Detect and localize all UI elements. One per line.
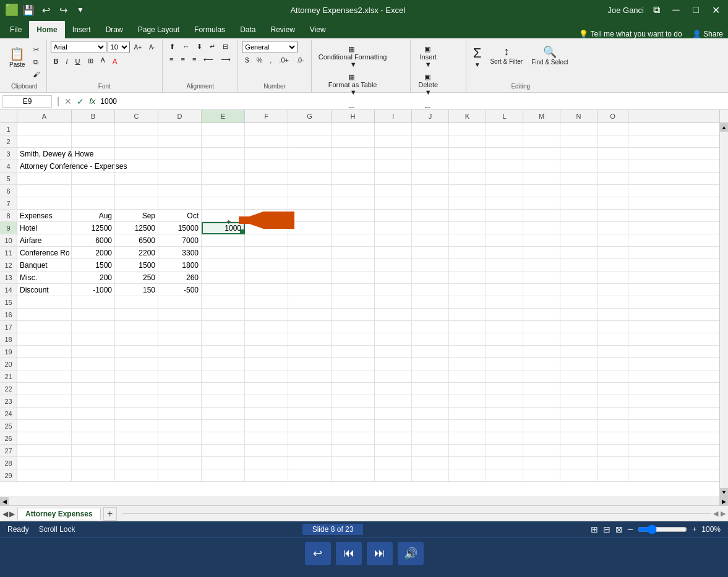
row-header-6[interactable]: 6 — [0, 185, 17, 197]
cell-a28[interactable] — [17, 457, 72, 469]
cell-l14[interactable] — [486, 284, 523, 296]
cell-f11[interactable] — [245, 247, 288, 259]
cell-g28[interactable] — [288, 457, 332, 469]
cell-d23[interactable] — [158, 395, 202, 408]
sort-filter-btn[interactable]: ↕ Sort & Filter — [487, 43, 526, 78]
replay-btn[interactable]: ↩ — [305, 542, 331, 565]
row-header-5[interactable]: 5 — [0, 173, 17, 185]
cell-l29[interactable] — [486, 469, 523, 482]
cell-f8[interactable] — [245, 210, 288, 222]
row-header-18[interactable]: 18 — [0, 333, 17, 346]
cell-h25[interactable] — [332, 420, 375, 432]
cell-n14[interactable] — [560, 284, 597, 296]
cell-g14[interactable] — [288, 284, 332, 296]
row-header-19[interactable]: 19 — [0, 346, 17, 358]
cell-k21[interactable] — [449, 370, 486, 383]
cell-h8[interactable] — [332, 210, 375, 222]
cell-g11[interactable] — [288, 247, 332, 259]
cell-h7[interactable] — [332, 197, 375, 210]
cell-l23[interactable] — [486, 395, 523, 408]
cell-d2[interactable] — [158, 135, 202, 148]
cell-i6[interactable] — [375, 185, 412, 197]
cell-o12[interactable] — [597, 259, 628, 271]
cell-f20[interactable] — [245, 358, 288, 370]
cell-j11[interactable] — [412, 247, 449, 259]
cell-i20[interactable] — [375, 358, 412, 370]
cell-b20[interactable] — [72, 358, 115, 370]
cut-button[interactable]: ✂ — [30, 44, 43, 56]
cell-o20[interactable] — [597, 358, 628, 370]
cell-a14[interactable]: Discount — [17, 284, 72, 296]
cell-i2[interactable] — [375, 135, 412, 148]
cell-f22[interactable] — [245, 383, 288, 395]
cell-d13[interactable]: 260 — [158, 271, 202, 284]
cell-m12[interactable] — [523, 259, 560, 271]
cell-h29[interactable] — [332, 469, 375, 482]
cell-o10[interactable] — [597, 234, 628, 247]
cell-j1[interactable] — [412, 123, 449, 135]
cell-d17[interactable] — [158, 321, 202, 333]
row-header-28[interactable]: 28 — [0, 457, 17, 469]
insert-cells-btn[interactable]: ▣ Insert ▼ — [414, 43, 442, 70]
cell-k5[interactable] — [449, 173, 486, 185]
cell-k26[interactable] — [449, 432, 486, 445]
cell-n24[interactable] — [560, 408, 597, 420]
prev-slide-btn[interactable]: ⏮ — [336, 542, 362, 565]
minimize-btn[interactable]: ─ — [669, 4, 683, 15]
cell-g13[interactable] — [288, 271, 332, 284]
cell-m29[interactable] — [523, 469, 560, 482]
col-header-e[interactable]: E — [202, 110, 245, 122]
cell-n4[interactable] — [560, 160, 597, 173]
cell-j20[interactable] — [412, 358, 449, 370]
cell-n29[interactable] — [560, 469, 597, 482]
cell-h12[interactable] — [332, 259, 375, 271]
cell-h11[interactable] — [332, 247, 375, 259]
cell-j19[interactable] — [412, 346, 449, 358]
cell-j17[interactable] — [412, 321, 449, 333]
cell-o26[interactable] — [597, 432, 628, 445]
cell-l17[interactable] — [486, 321, 523, 333]
cell-e12[interactable] — [202, 259, 245, 271]
audio-btn[interactable]: 🔊 — [398, 542, 424, 565]
cell-k10[interactable] — [449, 234, 486, 247]
cell-m10[interactable] — [523, 234, 560, 247]
slide-info[interactable]: Slide 8 of 23 — [302, 524, 364, 535]
cell-g6[interactable] — [288, 185, 332, 197]
cell-f19[interactable] — [245, 346, 288, 358]
cell-d3[interactable] — [158, 148, 202, 160]
cell-g2[interactable] — [288, 135, 332, 148]
cell-e19[interactable] — [202, 346, 245, 358]
cell-n23[interactable] — [560, 395, 597, 408]
cell-o7[interactable] — [597, 197, 628, 210]
cell-b7[interactable] — [72, 197, 115, 210]
cell-k11[interactable] — [449, 247, 486, 259]
row-header-2[interactable]: 2 — [0, 135, 17, 148]
cell-h6[interactable] — [332, 185, 375, 197]
align-middle-btn[interactable]: ↔ — [179, 41, 192, 53]
cell-a19[interactable] — [17, 346, 72, 358]
cell-g8[interactable] — [288, 210, 332, 222]
cell-g15[interactable] — [288, 296, 332, 309]
cell-l4[interactable] — [486, 160, 523, 173]
cell-d24[interactable] — [158, 408, 202, 420]
cell-o29[interactable] — [597, 469, 628, 482]
cell-g29[interactable] — [288, 469, 332, 482]
tab-home[interactable]: Home — [29, 21, 64, 38]
cell-i21[interactable] — [375, 370, 412, 383]
cell-e9[interactable]: 1000 — [202, 222, 245, 234]
cell-a8[interactable]: Expenses — [17, 210, 72, 222]
cell-g18[interactable] — [288, 333, 332, 346]
cell-o18[interactable] — [597, 333, 628, 346]
cell-n11[interactable] — [560, 247, 597, 259]
tab-data[interactable]: Data — [233, 21, 263, 38]
row-header-3[interactable]: 3 — [0, 148, 17, 160]
cell-e10[interactable] — [202, 234, 245, 247]
decrease-font-btn[interactable]: A- — [146, 42, 158, 53]
tab-insert[interactable]: Insert — [65, 21, 98, 38]
cell-d5[interactable] — [158, 173, 202, 185]
cell-m25[interactable] — [523, 420, 560, 432]
cell-g22[interactable] — [288, 383, 332, 395]
cell-a29[interactable] — [17, 469, 72, 482]
cell-m19[interactable] — [523, 346, 560, 358]
cell-g7[interactable] — [288, 197, 332, 210]
